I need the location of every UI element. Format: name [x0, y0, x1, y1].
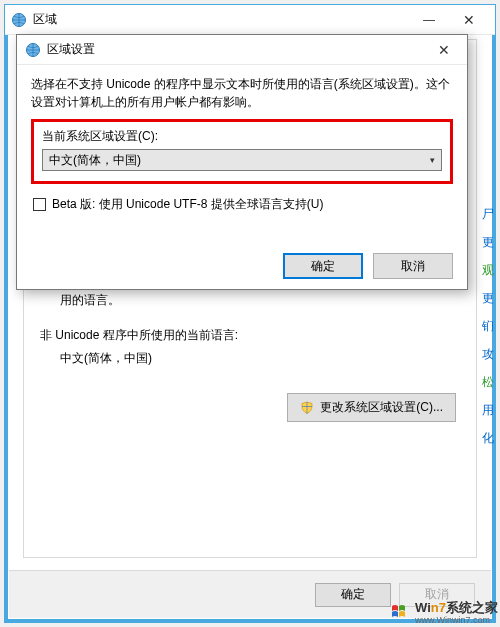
tab-content: 用的语言。 非 Unicode 程序中所使用的当前语言: 中文(简体，中国) 更… — [24, 280, 476, 557]
close-button[interactable]: ✕ — [449, 6, 489, 34]
right-link[interactable]: 观 — [482, 256, 496, 284]
locale-combobox-value: 中文(简体，中国) — [49, 152, 430, 169]
parent-ok-button[interactable]: 确定 — [315, 583, 391, 607]
modal-titlebar: 区域设置 ✕ — [17, 35, 467, 65]
beta-utf8-label: Beta 版: 使用 Unicode UTF-8 提供全球语言支持(U) — [52, 196, 323, 213]
watermark-brand-plain: Wi — [415, 600, 431, 615]
beta-utf8-row: Beta 版: 使用 Unicode UTF-8 提供全球语言支持(U) — [33, 196, 453, 213]
modal-button-row: 确定 取消 — [283, 253, 453, 279]
right-link[interactable]: 更 — [482, 228, 496, 256]
watermark-site: www.Winwin7.com — [415, 615, 498, 625]
non-unicode-label: 非 Unicode 程序中所使用的当前语言: — [40, 327, 460, 344]
watermark-brand-accent: n7 — [431, 600, 446, 615]
globe-icon — [11, 12, 27, 28]
watermark-brand-suffix: 系统之家 — [446, 600, 498, 615]
right-link[interactable]: 尸 — [482, 200, 496, 228]
region-settings-dialog: 区域设置 ✕ 选择在不支持 Unicode 的程序中显示文本时所使用的语言(系统… — [16, 34, 468, 290]
highlight-box: 当前系统区域设置(C): 中文(简体，中国) ▾ — [31, 119, 453, 184]
change-system-locale-button[interactable]: 更改系统区域设置(C)... — [287, 393, 456, 422]
parent-window-title: 区域 — [33, 11, 409, 28]
modal-title: 区域设置 — [47, 41, 429, 58]
change-locale-label: 更改系统区域设置(C)... — [320, 399, 443, 416]
right-link[interactable]: 钔 — [482, 312, 496, 340]
right-link[interactable]: 更 — [482, 284, 496, 312]
modal-close-button[interactable]: ✕ — [429, 36, 459, 64]
right-link-strip: 尸 更 观 更 钔 攻 松 用 化 — [482, 200, 496, 452]
right-link[interactable]: 用 — [482, 396, 496, 424]
minimize-button[interactable]: — — [409, 6, 449, 34]
modal-ok-button[interactable]: 确定 — [283, 253, 363, 279]
locale-combobox[interactable]: 中文(简体，中国) ▾ — [42, 149, 442, 171]
right-link[interactable]: 攻 — [482, 340, 496, 368]
right-link[interactable]: 松 — [482, 368, 496, 396]
beta-utf8-checkbox[interactable] — [33, 198, 46, 211]
watermark-brand: Win7系统之家 — [415, 600, 498, 615]
modal-cancel-button[interactable]: 取消 — [373, 253, 453, 279]
modal-description: 选择在不支持 Unicode 的程序中显示文本时所使用的语言(系统区域设置)。这… — [31, 75, 453, 111]
modal-body: 选择在不支持 Unicode 的程序中显示文本时所使用的语言(系统区域设置)。这… — [17, 65, 467, 213]
chevron-down-icon: ▾ — [430, 155, 435, 165]
watermark: Win7系统之家 www.Winwin7.com — [391, 599, 498, 625]
right-link[interactable]: 化 — [482, 424, 496, 452]
globe-icon — [25, 42, 41, 58]
section-hint-text: 用的语言。 — [60, 292, 460, 309]
parent-titlebar: 区域 — ✕ — [5, 5, 495, 35]
uac-shield-icon — [300, 401, 314, 415]
current-locale-label: 当前系统区域设置(C): — [42, 128, 442, 145]
non-unicode-value: 中文(简体，中国) — [60, 350, 460, 367]
windows-flag-icon — [391, 603, 413, 621]
